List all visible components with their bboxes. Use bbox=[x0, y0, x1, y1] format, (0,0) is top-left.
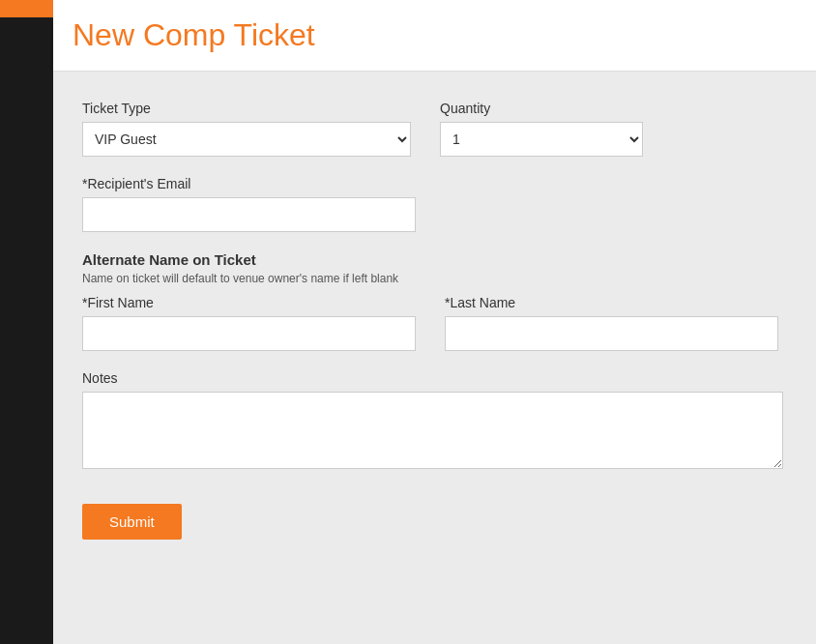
last-name-label: *Last Name bbox=[445, 295, 778, 310]
quantity-label: Quantity bbox=[440, 101, 643, 116]
email-group: *Recipient's Email bbox=[82, 176, 416, 232]
notes-label: Notes bbox=[82, 370, 783, 386]
page-title: New Comp Ticket bbox=[73, 17, 797, 53]
notes-group: Notes bbox=[82, 370, 783, 469]
main-content: New Comp Ticket Ticket Type VIP Guest Ge… bbox=[53, 0, 816, 644]
ticket-type-label: Ticket Type bbox=[82, 101, 411, 116]
alternate-name-hint: Name on ticket will default to venue own… bbox=[82, 272, 787, 285]
submit-button[interactable]: Submit bbox=[82, 504, 182, 540]
header: New Comp Ticket bbox=[53, 0, 816, 72]
notes-textarea[interactable] bbox=[82, 392, 783, 469]
sidebar-accent bbox=[0, 0, 53, 17]
first-name-input[interactable] bbox=[82, 316, 416, 351]
ticket-type-select[interactable]: VIP Guest General Admission Backstage bbox=[82, 122, 411, 157]
last-name-group: *Last Name bbox=[445, 295, 778, 351]
quantity-select[interactable]: 1 2 3 4 5 bbox=[440, 122, 643, 157]
ticket-quantity-row: Ticket Type VIP Guest General Admission … bbox=[82, 101, 787, 157]
email-row: *Recipient's Email bbox=[82, 176, 787, 232]
ticket-type-group: Ticket Type VIP Guest General Admission … bbox=[82, 101, 411, 157]
alternate-name-title: Alternate Name on Ticket bbox=[82, 251, 787, 268]
quantity-group: Quantity 1 2 3 4 5 bbox=[440, 101, 643, 157]
first-name-label: *First Name bbox=[82, 295, 416, 310]
sidebar bbox=[0, 0, 53, 644]
form-area: Ticket Type VIP Guest General Admission … bbox=[53, 72, 816, 644]
first-name-group: *First Name bbox=[82, 295, 416, 351]
notes-row: Notes bbox=[82, 370, 787, 469]
name-row: *First Name *Last Name bbox=[82, 295, 787, 351]
alternate-name-section: Alternate Name on Ticket Name on ticket … bbox=[82, 251, 787, 285]
last-name-input[interactable] bbox=[445, 316, 778, 351]
recipient-email-label: *Recipient's Email bbox=[82, 176, 416, 191]
recipient-email-input[interactable] bbox=[82, 197, 416, 232]
